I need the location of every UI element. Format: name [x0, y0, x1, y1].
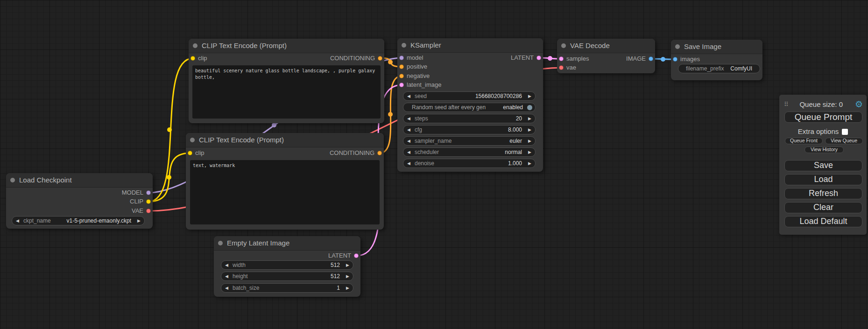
widget-filename-prefix[interactable]: filename_prefixComfyUI [678, 64, 760, 73]
node-title-bar[interactable]: KSampler [397, 38, 543, 53]
increment-arrow[interactable]: ▶ [137, 217, 141, 225]
collapse-dot-icon[interactable] [561, 43, 566, 48]
widget-batch-size[interactable]: ◀▶batch_size1 [221, 283, 353, 293]
clip-input-slot[interactable] [188, 151, 192, 155]
decrement-arrow[interactable]: ◀ [16, 217, 19, 225]
decrement-arrow[interactable]: ◀ [225, 261, 228, 269]
node-title-label: CLIP Text Encode (Prompt) [202, 39, 287, 53]
extra-options-checkbox[interactable] [842, 129, 848, 135]
increment-arrow[interactable]: ▶ [528, 92, 531, 100]
model-input-slot[interactable] [399, 56, 404, 60]
widget-height[interactable]: ◀▶height512 [221, 272, 353, 281]
CONDITIONING-output-slot[interactable] [377, 151, 382, 155]
queue-prompt-button[interactable]: Queue Prompt [784, 112, 862, 123]
images-input-slot[interactable] [673, 57, 677, 62]
decrement-arrow[interactable]: ◀ [407, 92, 410, 100]
CLIP-output-slot[interactable] [146, 199, 151, 204]
increment-arrow[interactable]: ▶ [528, 137, 531, 145]
node-title-bar[interactable]: CLIP Text Encode (Prompt) [186, 133, 384, 147]
widget-ckpt-name[interactable]: ◀▶ckpt_namev1-5-pruned-emaonly.ckpt [12, 216, 145, 225]
node-canvas[interactable]: ⠿ Queue size: 0 ⚙ Queue Prompt Extra opt… [0, 0, 868, 329]
latent_image-input-label: latent_image [407, 81, 441, 89]
toggle-knob[interactable] [527, 105, 532, 110]
view-queue-button[interactable]: View Queue [825, 138, 863, 144]
increment-arrow[interactable]: ▶ [528, 148, 531, 156]
MODEL-output-slot[interactable] [146, 190, 151, 195]
node-save-image[interactable]: Save Imageimagesfilename_prefixComfyUI [671, 40, 762, 80]
clip-input-slot[interactable] [191, 56, 195, 61]
widget-scheduler[interactable]: ◀▶schedulernormal [403, 147, 536, 157]
LATENT-output-slot[interactable] [536, 56, 541, 60]
load-button[interactable]: Load [784, 174, 862, 185]
decrement-arrow[interactable]: ◀ [407, 159, 410, 168]
node-title-bar[interactable]: Load Checkpoint [6, 173, 153, 188]
IMAGE-output-slot[interactable] [649, 56, 653, 61]
positive-input-slot[interactable] [399, 64, 404, 69]
node-ksampler[interactable]: KSamplermodelpositivenegativelatent_imag… [397, 38, 543, 172]
collapse-dot-icon[interactable] [218, 241, 223, 245]
widget-label: height [233, 272, 248, 280]
view-history-button[interactable]: View History [804, 147, 844, 153]
queue-front-button[interactable]: Queue Front [785, 138, 823, 144]
node-title-label: VAE Decode [570, 39, 610, 53]
clear-button[interactable]: Clear [784, 202, 862, 213]
node-title-label: Empty Latent Image [227, 236, 289, 250]
widget-cfg[interactable]: ◀▶cfg8.000 [403, 125, 536, 134]
link-dot-clip-to-positive-prompt [167, 127, 172, 132]
VAE-output-slot[interactable] [146, 209, 151, 213]
node-title-bar[interactable]: Empty Latent Image [214, 236, 360, 251]
node-vae-decode[interactable]: VAE DecodesamplesvaeIMAGE [557, 39, 655, 73]
negative-input-slot[interactable] [399, 74, 404, 78]
widget-width[interactable]: ◀▶width512 [221, 260, 353, 270]
node-clip-text-encode-positive[interactable]: CLIP Text Encode (Prompt)clipCONDITIONIN… [189, 39, 384, 123]
collapse-dot-icon[interactable] [193, 43, 198, 48]
node-empty-latent-image[interactable]: Empty Latent ImageLATENT◀▶width512◀▶heig… [214, 236, 360, 297]
increment-arrow[interactable]: ▶ [528, 114, 531, 123]
link-dot-model-to-ksampler [272, 123, 276, 127]
decrement-arrow[interactable]: ◀ [407, 137, 410, 145]
samples-input-label: samples [566, 55, 589, 63]
increment-arrow[interactable]: ▶ [528, 126, 531, 134]
drag-handle-icon[interactable]: ⠿ [784, 101, 788, 107]
increment-arrow[interactable]: ▶ [346, 284, 349, 292]
increment-arrow[interactable]: ▶ [346, 272, 349, 280]
LATENT-output-slot[interactable] [354, 253, 359, 258]
widget-value: 156680208700286 [475, 92, 522, 100]
collapse-dot-icon[interactable] [402, 43, 406, 48]
refresh-button[interactable]: Refresh [784, 188, 862, 199]
decrement-arrow[interactable]: ◀ [407, 114, 410, 123]
decrement-arrow[interactable]: ◀ [225, 284, 228, 292]
node-title-bar[interactable]: CLIP Text Encode (Prompt) [189, 39, 384, 53]
load-default-button[interactable]: Load Default [784, 216, 862, 227]
widget-label: scheduler [415, 148, 439, 156]
decrement-arrow[interactable]: ◀ [225, 272, 228, 280]
CONDITIONING-output-slot[interactable] [378, 56, 382, 61]
widget-steps[interactable]: ◀▶steps20 [403, 114, 536, 123]
save-button[interactable]: Save [784, 160, 862, 171]
decrement-arrow[interactable]: ◀ [407, 148, 410, 156]
node-title-bar[interactable]: VAE Decode [557, 39, 655, 53]
prompt-textarea[interactable]: text, watermark [190, 160, 380, 224]
collapse-dot-icon[interactable] [190, 138, 195, 142]
samples-input-slot[interactable] [559, 56, 564, 61]
widget-sampler-name[interactable]: ◀▶sampler_nameeuler [403, 136, 536, 146]
latent_image-input-slot[interactable] [399, 83, 404, 87]
decrement-arrow[interactable]: ◀ [407, 126, 410, 134]
widget-denoise[interactable]: ◀▶denoise1.000 [403, 159, 536, 168]
settings-gear-icon[interactable]: ⚙ [855, 100, 863, 109]
vae-input-slot[interactable] [559, 65, 564, 70]
collapse-dot-icon[interactable] [10, 178, 15, 182]
widget-label: sampler_name [415, 137, 452, 145]
widget-random-seed-after-every-gen[interactable]: Random seed after every genenabled [403, 103, 536, 112]
collapse-dot-icon[interactable] [675, 44, 680, 49]
CONDITIONING-output-label: CONDITIONING [330, 149, 374, 157]
clip-input-label: clip [195, 149, 205, 157]
node-title-bar[interactable]: Save Image [671, 40, 762, 54]
widget-seed[interactable]: ◀▶seed156680208700286 [403, 91, 536, 101]
node-clip-text-encode-negative[interactable]: CLIP Text Encode (Prompt)clipCONDITIONIN… [186, 133, 384, 230]
increment-arrow[interactable]: ▶ [346, 261, 349, 269]
link-dot-image-to-images [661, 57, 665, 62]
node-load-checkpoint[interactable]: Load CheckpointMODELCLIPVAE◀▶ckpt_namev1… [6, 173, 153, 229]
increment-arrow[interactable]: ▶ [528, 159, 531, 168]
prompt-textarea[interactable]: beautiful scenery nature glass bottle la… [192, 65, 381, 119]
